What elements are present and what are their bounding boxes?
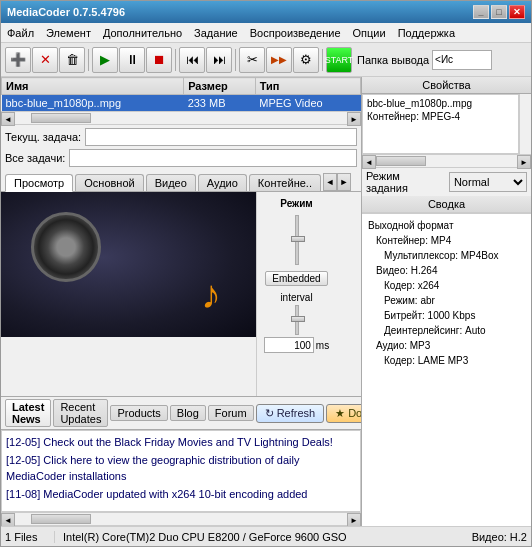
news-tab-products[interactable]: Products [110,405,167,421]
col-size[interactable]: Размер [184,78,256,95]
tab-container[interactable]: Контейне.. [249,174,321,191]
svodka-line-8: Аудио: MP3 [368,338,525,353]
props-hscroll-left[interactable]: ◄ [362,155,376,169]
news-item-2[interactable]: [11-08] MediaCoder updated with x264 10-… [6,485,356,503]
toolbar-add[interactable]: ➕ [5,47,31,73]
close-button[interactable]: ✕ [509,5,525,19]
output-folder-input[interactable]: <Ис [432,50,492,70]
menu-additional[interactable]: Дополнительно [97,25,188,41]
slider-track[interactable] [295,215,299,265]
interval-section: interval ms [264,292,329,353]
toolbar-settings[interactable]: ⚙ [293,47,319,73]
regime-label: Режим [280,198,313,209]
main-tabs-row: Просмотр Основной Видео Аудио Контейне..… [1,170,361,192]
interval-input-row: ms [264,337,329,353]
video-reel [31,212,111,292]
embedded-button[interactable]: Embedded [265,271,327,286]
props-hscroll-right[interactable]: ► [517,155,531,169]
tab-video[interactable]: Видео [146,174,196,191]
reel-circle [31,212,101,282]
toolbar-remove[interactable]: ✕ [32,47,58,73]
interval-label: interval [280,292,312,303]
menu-file[interactable]: Файл [1,25,40,41]
minimize-button[interactable]: _ [473,5,489,19]
menu-task[interactable]: Задание [188,25,244,41]
left-area: Имя Размер Тип bbc-blue_m1080p..mpg 233 … [1,77,361,526]
task-area: Текущ. задача: Все задачи: [1,125,361,170]
all-tasks-input[interactable] [69,149,357,167]
svodka-line-3: Видео: H.264 [368,263,525,278]
news-hscroll-left[interactable]: ◄ [1,513,15,526]
news-tab-latest[interactable]: Latest News [5,399,51,427]
toolbar-prev[interactable]: ⏮ [179,47,205,73]
interval-value-input[interactable] [264,337,314,353]
col-name[interactable]: Имя [2,78,184,95]
properties-scrollbar[interactable] [519,94,531,154]
svodka-line-9: Кодер: LAME MP3 [368,353,525,368]
interval-unit: ms [316,340,329,351]
file-list-hscroll[interactable]: ◄ ► [1,111,361,125]
properties-area: bbc-blue_m1080p..mpg Контейнер: MPEG-4 [362,94,531,154]
toolbar-clear[interactable]: 🗑 [59,47,85,73]
maximize-button[interactable]: □ [491,5,507,19]
news-hscroll-right[interactable]: ► [347,513,361,526]
news-hscroll-thumb[interactable] [31,514,91,524]
toolbar-play[interactable]: ▶ [92,47,118,73]
menu-element[interactable]: Элемент [40,25,97,41]
interval-slider-thumb[interactable] [291,316,305,322]
news-tab-updates[interactable]: Recent Updates [53,399,108,427]
toolbar-start[interactable]: START [326,47,352,73]
menu-support[interactable]: Поддержка [392,25,461,41]
news-item-1[interactable]: [12-05] Click here to view the geographi… [6,451,356,485]
menu-options[interactable]: Опции [347,25,392,41]
news-list: [12-05] Check out the Black Friday Movie… [1,430,361,512]
svodka-line-7: Деинтерлейсинг: Auto [368,323,525,338]
status-bar: 1 Files Intel(R) Core(TM)2 Duo CPU E8200… [1,526,531,546]
status-files: 1 Files [5,531,55,543]
slider-thumb[interactable] [291,236,305,242]
tab-preview[interactable]: Просмотр [5,174,73,192]
col-type[interactable]: Тип [255,78,360,95]
svodka-header: Сводка [362,196,531,213]
svodka-line-5: Режим: abr [368,293,525,308]
tab-audio[interactable]: Аудио [198,174,247,191]
tab-nav-left[interactable]: ◄ [323,173,337,191]
window-title: MediaCoder 0.7.5.4796 [7,6,125,18]
tab-basic[interactable]: Основной [75,174,143,191]
svodka-line-1: Контейнер: MP4 [368,233,525,248]
hscroll-thumb[interactable] [31,113,91,123]
hscroll-right-btn[interactable]: ► [347,112,361,126]
donate-icon: ★ [335,407,345,420]
current-task-label: Текущ. задача: [5,131,81,143]
properties-list: bbc-blue_m1080p..mpg Контейнер: MPEG-4 [362,94,519,154]
svodka-panel: Выходной формат Контейнер: MP4 Мультипле… [362,213,531,526]
toolbar-pause[interactable]: ⏸ [119,47,145,73]
regime-select[interactable]: Normal [449,172,527,192]
svodka-line-4: Кодер: x264 [368,278,525,293]
hscroll-left-btn[interactable]: ◄ [1,112,15,126]
properties-header: Свойства [362,77,531,94]
output-folder-label: Папка вывода [357,54,429,66]
toolbar-cut[interactable]: ✂ [239,47,265,73]
regime-row: Режим задания Normal [362,168,531,196]
tab-nav-right[interactable]: ► [337,173,351,191]
toolbar-next[interactable]: ⏭ [206,47,232,73]
news-item-0[interactable]: [12-05] Check out the Black Friday Movie… [6,433,356,451]
toolbar-stop[interactable]: ⏹ [146,47,172,73]
current-task-input[interactable] [85,128,357,146]
news-tab-blog[interactable]: Blog [170,405,206,421]
props-hscroll[interactable]: ◄ ► [362,154,531,168]
refresh-button[interactable]: ↻ Refresh [256,404,325,423]
regime-slider [295,215,299,265]
right-panel: Свойства bbc-blue_m1080p..mpg Контейнер:… [361,77,531,526]
props-hscroll-thumb[interactable] [376,156,426,166]
table-row[interactable]: bbc-blue_m1080p..mpg 233 MB MPEG Video [2,95,361,112]
news-hscroll[interactable]: ◄ ► [1,512,361,526]
interval-slider-track[interactable] [295,305,299,335]
toolbar-sep3 [235,49,236,71]
toolbar-encode[interactable]: ▶▶ [266,47,292,73]
menu-playback[interactable]: Воспроизведение [244,25,347,41]
news-tab-forum[interactable]: Forum [208,405,254,421]
title-bar: MediaCoder 0.7.5.4796 _ □ ✕ [1,1,531,23]
news-section: Latest News Recent Updates Products Blog… [1,396,361,526]
